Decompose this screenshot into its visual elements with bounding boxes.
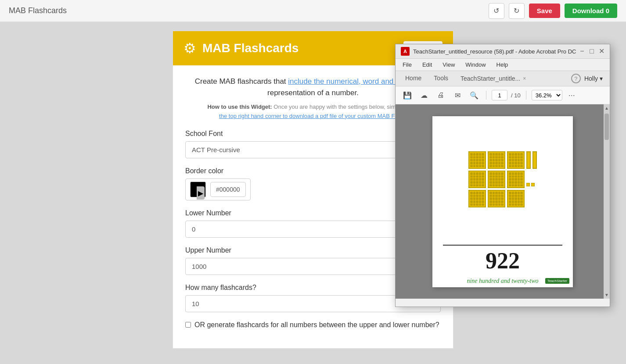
mab-one-1 (526, 183, 530, 186)
how-to-link[interactable]: the top right hand corner to download a … (219, 113, 407, 119)
mab-hundreds-group (468, 151, 537, 207)
pdf-divider (443, 245, 562, 246)
acrobat-menubar: File Edit View Window Help (396, 59, 610, 71)
mab-row-3 (468, 190, 537, 207)
acrobat-titlebar: A TeachStarter_untitled_resource (58).pd… (396, 44, 610, 59)
mab-hundred-6 (507, 171, 525, 188)
search-toolbar-btn[interactable]: 🔍 (468, 89, 481, 101)
menu-file[interactable]: File (401, 61, 414, 69)
tab-file-name: TeachStarter_untitle... (461, 75, 520, 82)
toolbar-separator (486, 91, 486, 100)
email-toolbar-btn[interactable]: ✉ (451, 89, 464, 101)
mab-one-2 (531, 183, 535, 186)
download-label: Download 0 (572, 7, 609, 14)
page-input[interactable] (492, 90, 507, 100)
menu-help[interactable]: Help (495, 61, 510, 69)
mab-hundred-2 (488, 151, 505, 169)
save-toolbar-btn[interactable]: 💾 (401, 89, 414, 101)
user-name-text: Holly (584, 75, 598, 82)
pdf-mab-section (432, 116, 573, 243)
menu-edit[interactable]: Edit (421, 61, 434, 69)
close-button[interactable]: ✕ (598, 48, 604, 54)
widget-header-left: ⚙ MAB Flashcards (183, 40, 299, 57)
or-generate-checkbox[interactable] (185, 322, 191, 328)
mab-hundred-1 (468, 151, 486, 169)
toolbar-more-icon[interactable]: ··· (566, 91, 578, 100)
pdf-page: 922 nine hundred and twenty-two TeachSta… (432, 116, 573, 287)
color-field-wrapper[interactable]: #000000 (185, 178, 251, 200)
mab-tens-group (526, 151, 537, 169)
maximize-button[interactable]: □ (589, 48, 595, 54)
pdf-word: nine hundred and twenty-two (462, 275, 543, 287)
mab-hundred-7 (468, 190, 486, 207)
scroll-down-arrow[interactable]: ▼ (604, 291, 609, 299)
mab-hundred-8 (488, 190, 505, 207)
upload-toolbar-btn[interactable]: ☁ (417, 89, 431, 101)
color-text: #000000 (210, 182, 246, 197)
user-name[interactable]: Holly ▾ (581, 75, 606, 82)
mab-hundred-4 (468, 171, 486, 188)
mab-row-1 (468, 151, 537, 169)
page-total: / 10 (511, 92, 521, 99)
download-button[interactable]: Download 0 (565, 4, 617, 18)
print-toolbar-btn[interactable]: 🖨 (434, 89, 447, 101)
mab-hundred-5 (488, 171, 505, 188)
tab-tools[interactable]: Tools (428, 71, 454, 86)
save-button[interactable]: Save (529, 4, 560, 18)
tab-home[interactable]: Home (399, 71, 428, 86)
acrobat-window: A TeachStarter_untitled_resource (58).pd… (395, 44, 610, 307)
widget-title: MAB Flashcards (202, 41, 299, 55)
acrobat-content: 922 nine hundred and twenty-two TeachSta… (396, 104, 610, 299)
menu-window[interactable]: Window (464, 61, 487, 69)
mab-hundred-9 (507, 190, 525, 207)
gear-icon: ⚙ (183, 40, 196, 57)
undo-button[interactable]: ↺ (489, 3, 504, 19)
top-bar-right: ↺ ↻ Save Download 0 (489, 3, 617, 19)
toolbar-separator-2 (526, 91, 526, 100)
side-arrow-icon: ▶ (198, 189, 203, 197)
redo-button[interactable]: ↻ (509, 3, 525, 19)
acrobat-title-left: A TeachStarter_untitled_resource (58).pd… (401, 47, 576, 56)
or-generate-group: OR generate flashcards for all numbers b… (185, 321, 441, 329)
minimize-button[interactable]: − (579, 48, 585, 54)
mab-ones-group (526, 171, 535, 188)
scroll-thumb[interactable] (604, 114, 609, 140)
menu-view[interactable]: View (441, 61, 457, 69)
main-content: ⚙ MAB Flashcards Preview Create MAB flas… (0, 22, 626, 364)
app-title: MAB Flashcards (9, 6, 489, 15)
mab-ten-2 (532, 151, 537, 169)
user-dropdown-icon: ▾ (600, 75, 603, 82)
tab-file[interactable]: TeachStarter_untitle... × (454, 71, 532, 86)
help-icon[interactable]: ? (571, 74, 581, 83)
tab-close-icon[interactable]: × (523, 75, 526, 82)
zoom-select[interactable]: 36.2% (532, 90, 562, 100)
acrobat-toolbar: 💾 ☁ 🖨 ✉ 🔍 / 10 36.2% ··· (396, 86, 610, 104)
scroll-up-arrow[interactable]: ▲ (604, 104, 609, 112)
acrobat-win-controls: − □ ✕ (579, 48, 604, 54)
acrobat-icon: A (401, 47, 410, 56)
acrobat-tabs: Home Tools TeachStarter_untitle... × ? H… (396, 71, 610, 86)
mab-row-2 (468, 171, 537, 188)
how-to-label: How to use this Widget: (207, 103, 272, 110)
acrobat-title-text: TeachStarter_untitled_resource (58).pdf … (413, 48, 576, 55)
mab-hundred-3 (507, 151, 525, 169)
pdf-number: 922 (481, 247, 524, 275)
mab-ten-1 (526, 151, 531, 169)
or-generate-label: OR generate flashcards for all numbers b… (194, 321, 439, 329)
top-bar: MAB Flashcards ↺ ↻ Save Download 0 (0, 0, 626, 22)
pdf-logo: TeachStarter (545, 278, 569, 284)
acrobat-scrollbar-right[interactable]: ▲ ▼ (604, 104, 610, 299)
acrobat-icon-text: A (403, 49, 407, 54)
side-arrow[interactable]: ▶ (197, 186, 205, 200)
